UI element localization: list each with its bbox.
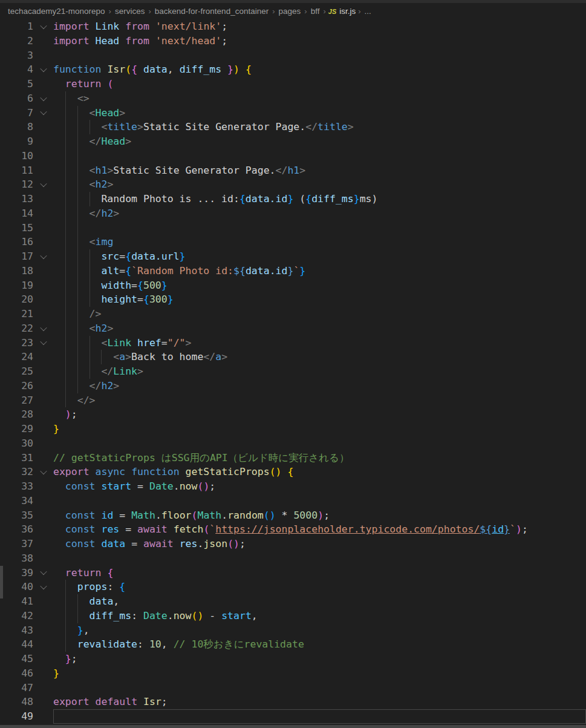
code-line-content[interactable]	[53, 681, 586, 695]
code-line[interactable]: 46}	[0, 666, 586, 681]
code-line-content[interactable]: };	[53, 652, 586, 666]
code-line-content[interactable]: }	[53, 422, 586, 436]
code-line-content[interactable]: />	[53, 307, 586, 321]
code-line[interactable]: 15	[0, 221, 586, 235]
breadcrumb-item[interactable]: bff	[310, 7, 321, 16]
code-line-content[interactable]: <h2>	[53, 321, 586, 336]
breadcrumb-item[interactable]: services	[114, 7, 146, 16]
line-number[interactable]: 6	[0, 91, 33, 106]
code-line-content[interactable]: </h2>	[53, 206, 586, 221]
code-line[interactable]: 7<Head>	[0, 106, 586, 120]
code-line-content[interactable]: },	[53, 623, 586, 638]
code-line-content[interactable]	[53, 221, 586, 235]
code-line[interactable]: 45};	[0, 652, 586, 666]
code-line-content[interactable]: }	[53, 666, 586, 681]
fold-chevron-icon[interactable]	[33, 19, 53, 34]
line-number[interactable]: 40	[0, 580, 33, 594]
code-line[interactable]: 47	[0, 681, 586, 695]
code-line-content[interactable]	[53, 48, 586, 63]
line-number[interactable]: 44	[0, 637, 33, 652]
code-line[interactable]: 11<h1>Static Site Generator Page.</h1>	[0, 163, 586, 178]
line-number[interactable]: 8	[0, 120, 33, 134]
code-line[interactable]: 20height={300}	[0, 292, 586, 307]
code-line-content[interactable]: width={500}	[53, 278, 586, 293]
code-line[interactable]: 48export default Isr;	[0, 695, 586, 709]
line-number[interactable]: 19	[0, 278, 33, 293]
line-number[interactable]: 38	[0, 551, 33, 566]
code-line[interactable]: 22<h2>	[0, 321, 586, 336]
code-line-content[interactable]: src={data.url}	[53, 249, 586, 264]
code-line-content[interactable]	[53, 551, 586, 566]
code-line-content[interactable]: return (	[53, 77, 586, 91]
line-number[interactable]: 26	[0, 379, 33, 393]
line-number[interactable]: 41	[0, 594, 33, 609]
code-line-content[interactable]: <img	[53, 235, 586, 249]
code-line[interactable]: 27</>	[0, 393, 586, 408]
code-line-content[interactable]: <Head>	[53, 106, 586, 120]
code-line[interactable]: 1import Link from 'next/link';	[0, 19, 586, 34]
code-line-content[interactable]: props: {	[53, 580, 586, 594]
line-number[interactable]: 12	[0, 177, 33, 192]
line-number[interactable]: 17	[0, 249, 33, 264]
code-line[interactable]: 37const data = await res.json();	[0, 537, 586, 551]
fold-chevron-icon[interactable]	[33, 249, 53, 264]
code-line[interactable]: 33const start = Date.now();	[0, 479, 586, 494]
code-line[interactable]: 38	[0, 551, 586, 566]
code-line[interactable]: 43},	[0, 623, 586, 638]
code-line[interactable]: 40props: {	[0, 580, 586, 594]
code-line[interactable]: 30	[0, 436, 586, 451]
line-number[interactable]: 13	[0, 192, 33, 206]
fold-chevron-icon[interactable]	[33, 62, 53, 77]
fold-chevron-icon[interactable]	[33, 566, 53, 580]
code-line-content[interactable]: height={300}	[53, 292, 586, 307]
code-line-content[interactable]: return {	[53, 566, 586, 580]
line-number[interactable]: 47	[0, 681, 33, 695]
fold-chevron-icon[interactable]	[33, 91, 53, 106]
breadcrumb-item[interactable]: backend-for-frontend_container	[154, 7, 270, 16]
breadcrumb-item[interactable]: techacademy21-monorepo	[7, 7, 106, 16]
code-line-content[interactable]: <>	[53, 91, 586, 106]
line-number[interactable]: 23	[0, 336, 33, 350]
line-number[interactable]: 45	[0, 652, 33, 666]
code-line-content[interactable]: const id = Math.floor(Math.random() * 50…	[53, 508, 586, 523]
line-number[interactable]: 9	[0, 134, 33, 149]
code-line-content[interactable]: diff_ms: Date.now() - start,	[53, 609, 586, 623]
code-line[interactable]: 6<>	[0, 91, 586, 106]
code-line-content[interactable]: </Head>	[53, 134, 586, 149]
code-line[interactable]: 18alt={`Random Photo id:${data.id}`}	[0, 264, 586, 278]
code-line[interactable]: 34	[0, 494, 586, 508]
code-line[interactable]: 44revalidate: 10, // 10秒おきにrevalidate	[0, 637, 586, 652]
code-line[interactable]: 23<Link href="/">	[0, 336, 586, 350]
fold-chevron-icon[interactable]	[33, 106, 53, 120]
code-line[interactable]: 25</Link>	[0, 364, 586, 379]
code-line-content[interactable]: </Link>	[53, 364, 586, 379]
breadcrumb-file[interactable]: JSisr.js	[328, 7, 356, 16]
code-line-content[interactable]: revalidate: 10, // 10秒おきにrevalidate	[53, 637, 586, 652]
code-line[interactable]: 26</h2>	[0, 379, 586, 393]
code-line-content[interactable]: export async function getStaticProps() {	[53, 465, 586, 479]
code-line-content[interactable]: const res = await fetch(`https://jsonpla…	[53, 522, 586, 537]
code-line[interactable]: 19width={500}	[0, 278, 586, 293]
line-number[interactable]: 3	[0, 48, 33, 63]
code-line-content[interactable]: <h1>Static Site Generator Page.</h1>	[53, 163, 586, 178]
line-number[interactable]: 30	[0, 436, 33, 451]
line-number[interactable]: 35	[0, 508, 33, 523]
line-number[interactable]: 36	[0, 522, 33, 537]
line-number[interactable]: 4	[0, 62, 33, 77]
line-number[interactable]: 25	[0, 364, 33, 379]
code-line-content[interactable]: <title>Static Site Generator Page.</titl…	[53, 120, 586, 134]
line-number[interactable]: 20	[0, 292, 33, 307]
line-number[interactable]: 22	[0, 321, 33, 336]
code-line-content[interactable]: </>	[53, 393, 586, 408]
code-editor[interactable]: 1import Link from 'next/link';2import He…	[0, 19, 586, 724]
code-line-content[interactable]: <a>Back to home</a>	[53, 350, 586, 364]
code-line-content[interactable]: );	[53, 407, 586, 422]
code-line[interactable]: 49	[0, 709, 586, 724]
code-line[interactable]: 35const id = Math.floor(Math.random() * …	[0, 508, 586, 523]
code-line-content[interactable]: <h2>	[53, 177, 586, 192]
line-number[interactable]: 33	[0, 479, 33, 494]
code-line[interactable]: 14</h2>	[0, 206, 586, 221]
code-line-content[interactable]: const data = await res.json();	[53, 537, 586, 551]
code-line-content[interactable]	[53, 149, 586, 163]
code-line[interactable]: 29}	[0, 422, 586, 436]
